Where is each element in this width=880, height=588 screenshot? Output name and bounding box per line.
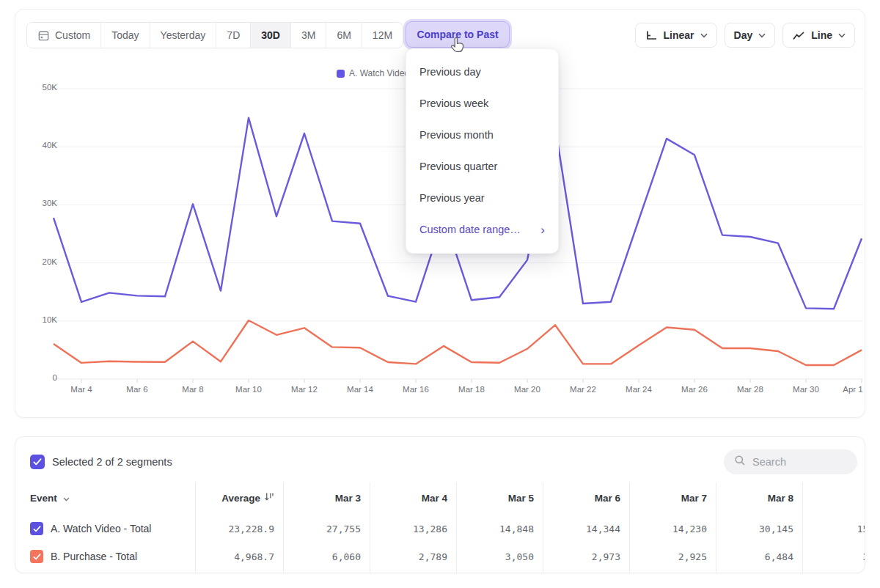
x-axis-tick: Mar 28 xyxy=(737,385,763,394)
search-icon xyxy=(734,455,746,469)
date-preset-label: Custom xyxy=(55,29,90,41)
value-cell: 14,848 xyxy=(456,523,543,534)
check-icon xyxy=(33,458,42,466)
value-cell: 3,050 xyxy=(456,551,543,562)
compare-dropdown-menu: Previous day Previous week Previous mont… xyxy=(406,48,559,254)
average-value-cell: 4,968.7 xyxy=(195,551,283,562)
column-divider xyxy=(456,482,457,573)
x-axis-tick: Mar 14 xyxy=(347,385,373,394)
series-line-b xyxy=(54,320,862,365)
chevron-down-icon xyxy=(700,33,708,38)
segments-header: Selected 2 of 2 segments xyxy=(30,449,172,475)
compare-to-past-button[interactable]: Compare to Past xyxy=(406,22,509,47)
axis-scale-icon xyxy=(645,29,658,41)
date-column-header[interactable]: Mar 8 xyxy=(716,493,802,504)
table-row: A. Watch Video - Total23,228.927,75513,2… xyxy=(15,515,865,543)
search-box xyxy=(724,449,857,474)
value-cell: 15,1 xyxy=(802,523,865,534)
column-divider xyxy=(283,482,284,573)
chevron-down-icon xyxy=(63,493,70,504)
date-preset-12m[interactable]: 12M xyxy=(362,23,403,48)
y-axis-tick: 0 xyxy=(24,373,57,382)
segment-label: A. Watch Video - Total xyxy=(51,523,151,534)
value-cell: 30,145 xyxy=(716,523,802,534)
x-axis-tick: Mar 30 xyxy=(793,385,819,394)
line-chart-icon xyxy=(792,30,805,41)
date-column-header[interactable]: Mar 6 xyxy=(543,493,629,504)
date-range-picker: Custom Today Yesterday 7D 30D 3M 6M 12M xyxy=(26,22,403,48)
column-divider xyxy=(543,482,543,573)
search-input[interactable] xyxy=(752,456,848,468)
value-cell: 14,230 xyxy=(629,523,716,534)
date-preset-7d[interactable]: 7D xyxy=(216,23,251,48)
date-preset-today[interactable]: Today xyxy=(101,23,150,48)
date-column-header[interactable]: Mar 5 xyxy=(456,493,543,504)
chevron-right-icon: › xyxy=(540,224,545,236)
value-cell: 6,484 xyxy=(716,551,802,562)
menu-item-custom-date-range[interactable]: Custom date range… › xyxy=(406,214,558,246)
date-preset-6m[interactable]: 6M xyxy=(326,23,362,48)
date-column-header[interactable]: M xyxy=(802,493,865,504)
x-axis-tick: Mar 18 xyxy=(458,385,485,394)
column-divider xyxy=(195,482,196,573)
chevron-down-icon xyxy=(838,33,846,38)
x-axis-tick: Apr 1 xyxy=(843,385,863,394)
menu-item-previous-week[interactable]: Previous week xyxy=(406,88,558,120)
value-cell: 13,286 xyxy=(370,523,456,534)
x-axis-tick: Mar 20 xyxy=(514,385,540,394)
y-axis-tick: 10K xyxy=(24,315,57,324)
legend-swatch xyxy=(337,70,345,78)
x-axis-tick: Mar 22 xyxy=(570,385,596,394)
x-axis-tick: Mar 24 xyxy=(626,385,652,394)
x-axis-tick: Mar 16 xyxy=(403,385,429,394)
event-cell: B. Purchase - Total xyxy=(30,550,195,563)
chevron-down-icon xyxy=(758,33,766,38)
date-column-header[interactable]: Mar 4 xyxy=(370,493,456,504)
date-column-header[interactable]: Mar 3 xyxy=(283,493,370,504)
scale-select[interactable]: Linear xyxy=(635,23,717,48)
column-divider xyxy=(370,482,370,573)
average-value-cell: 23,228.9 xyxy=(195,523,283,534)
table-body: A. Watch Video - Total23,228.927,75513,2… xyxy=(15,515,865,570)
menu-item-previous-year[interactable]: Previous year xyxy=(406,183,558,214)
date-preset-yesterday[interactable]: Yesterday xyxy=(150,23,217,48)
select-all-checkbox[interactable] xyxy=(30,455,45,469)
menu-item-previous-day[interactable]: Previous day xyxy=(406,56,558,88)
segment-checkbox[interactable] xyxy=(30,522,43,535)
sort-descending-icon xyxy=(264,492,274,504)
x-axis-tick: Mar 12 xyxy=(291,385,318,394)
date-column-header[interactable]: Mar 7 xyxy=(629,493,716,504)
column-divider xyxy=(629,482,630,573)
value-cell: 2,789 xyxy=(370,551,456,562)
date-preset-3m[interactable]: 3M xyxy=(291,23,326,48)
x-axis-tick: Mar 6 xyxy=(126,385,147,394)
x-axis-tick: Mar 8 xyxy=(182,385,203,394)
column-divider xyxy=(716,482,716,573)
table-header-row: Event AverageMar 3Mar 4Mar 5Mar 6Mar 7Ma… xyxy=(15,487,865,509)
segment-checkbox[interactable] xyxy=(30,550,43,563)
column-divider xyxy=(802,482,803,573)
segment-label: B. Purchase - Total xyxy=(51,551,137,562)
date-preset-custom[interactable]: Custom xyxy=(27,23,101,48)
value-cell: 2,925 xyxy=(629,551,716,562)
y-axis-tick: 30K xyxy=(24,199,57,207)
segments-panel: Selected 2 of 2 segments Event AverageMa… xyxy=(15,436,865,573)
average-column-header[interactable]: Average xyxy=(195,492,283,504)
y-axis-tick: 40K xyxy=(24,141,57,150)
event-cell: A. Watch Video - Total xyxy=(30,522,195,535)
calendar-icon xyxy=(37,29,50,42)
granularity-select[interactable]: Day xyxy=(725,23,776,48)
event-column-header[interactable]: Event xyxy=(30,493,195,504)
y-axis-tick: 50K xyxy=(24,83,57,92)
selected-count-label: Selected 2 of 2 segments xyxy=(52,456,172,468)
analytics-report: Custom Today Yesterday 7D 30D 3M 6M 12M … xyxy=(0,0,880,588)
table-row: B. Purchase - Total4,968.76,0602,7893,05… xyxy=(15,543,865,570)
value-cell: 14,344 xyxy=(543,523,629,534)
x-axis-tick: Mar 10 xyxy=(235,385,262,394)
y-axis-tick: 20K xyxy=(24,257,57,266)
chart-type-select[interactable]: Line xyxy=(782,23,855,48)
menu-item-previous-month[interactable]: Previous month xyxy=(406,120,558,151)
date-preset-30d-active[interactable]: 30D xyxy=(251,23,291,48)
value-cell: 3,0 xyxy=(802,551,865,562)
menu-item-previous-quarter[interactable]: Previous quarter xyxy=(406,151,558,183)
